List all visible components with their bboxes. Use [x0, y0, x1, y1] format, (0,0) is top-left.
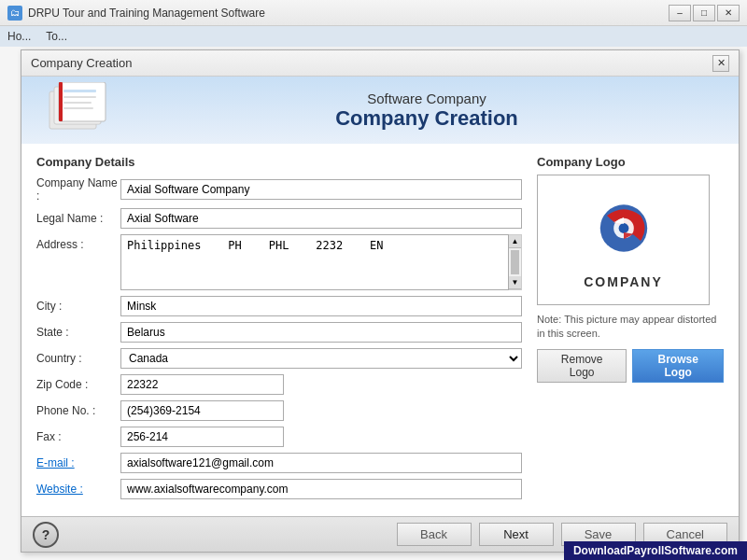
legal-name-label: Legal Name :	[36, 212, 120, 225]
scroll-down-arrow[interactable]: ▼	[509, 276, 521, 289]
svg-rect-6	[63, 107, 93, 109]
dialog-body: Company Details Company Name : Legal Nam…	[21, 144, 739, 516]
header-decoration-icon	[45, 82, 110, 138]
phone-label: Phone No. :	[36, 404, 120, 417]
zipcode-label: Zip Code :	[36, 378, 120, 391]
app-icon: 🗂	[7, 6, 22, 21]
menu-bar: Ho... To...	[0, 26, 747, 47]
remove-logo-button[interactable]: Remove Logo	[537, 349, 627, 383]
country-row: Country : Canada United States Philippin…	[36, 348, 522, 369]
address-scrollbar: ▲ ▼	[509, 234, 522, 290]
state-label: State :	[36, 326, 120, 339]
browse-logo-button[interactable]: Browse Logo	[632, 349, 724, 383]
logo-box: COMPANY	[537, 175, 710, 305]
address-textarea[interactable]: Philippines PH PHL 2232 EN	[120, 234, 509, 290]
phone-input[interactable]	[120, 400, 284, 421]
scroll-thumb	[511, 250, 519, 274]
logo-buttons: Remove Logo Browse Logo	[537, 349, 724, 383]
country-select[interactable]: Canada United States Philippines Belarus	[120, 348, 522, 369]
fax-row: Fax :	[36, 427, 522, 447]
website-input[interactable]	[120, 479, 522, 499]
email-label[interactable]: E-mail :	[36, 456, 120, 469]
company-creation-dialog: Company Creation ✕ Soft	[21, 49, 740, 553]
state-input[interactable]	[120, 322, 522, 343]
header-logo	[40, 82, 115, 138]
country-label: Country :	[36, 352, 120, 365]
menu-item-tour[interactable]: To...	[46, 30, 67, 43]
dialog-close-button[interactable]: ✕	[712, 55, 729, 72]
address-textarea-wrapper: Philippines PH PHL 2232 EN ▲ ▼	[120, 234, 522, 290]
header-title-block: Software Company Company Creation	[134, 91, 720, 131]
window-title: DRPU Tour and Training Management Softwa…	[28, 7, 669, 20]
svg-rect-7	[59, 82, 63, 121]
title-bar: 🗂 DRPU Tour and Training Management Soft…	[0, 0, 747, 26]
close-window-button[interactable]: ✕	[717, 5, 740, 21]
website-label[interactable]: Website :	[36, 483, 120, 496]
email-input[interactable]	[120, 453, 522, 473]
window-controls: – □ ✕	[669, 5, 740, 21]
minimize-button[interactable]: –	[669, 5, 691, 21]
svg-rect-4	[63, 96, 96, 98]
svg-rect-5	[63, 102, 92, 104]
fax-input[interactable]	[120, 427, 284, 447]
logo-panel-title: Company Logo	[537, 155, 724, 169]
email-row: E-mail :	[36, 453, 522, 473]
watermark: DownloadPayrollSoftware.com	[564, 541, 747, 560]
company-name-label: Company Name :	[36, 176, 120, 203]
zipcode-input[interactable]	[120, 374, 284, 395]
logo-label: COMPANY	[584, 274, 663, 289]
logo-note: Note: This picture may appear distorted …	[537, 313, 724, 342]
state-row: State :	[36, 322, 522, 343]
menu-item-home[interactable]: Ho...	[7, 30, 31, 43]
legal-name-input[interactable]	[120, 208, 522, 229]
dialog-header: Software Company Company Creation	[21, 77, 739, 144]
header-title: Company Creation	[134, 106, 720, 131]
next-button[interactable]: Next	[479, 523, 554, 546]
section-title: Company Details	[36, 155, 522, 169]
help-button[interactable]: ?	[33, 522, 59, 548]
website-row: Website :	[36, 479, 522, 499]
city-row: City :	[36, 296, 522, 316]
address-label: Address :	[36, 234, 120, 251]
maximize-button[interactable]: □	[693, 5, 715, 21]
scroll-up-arrow[interactable]: ▲	[509, 235, 521, 248]
fax-label: Fax :	[36, 430, 120, 443]
phone-row: Phone No. :	[36, 400, 522, 421]
company-logo-icon	[582, 190, 666, 274]
svg-point-10	[618, 223, 628, 233]
zipcode-row: Zip Code :	[36, 374, 522, 395]
dialog-title-bar: Company Creation ✕	[21, 50, 739, 77]
city-input[interactable]	[120, 296, 522, 316]
dialog-title: Company Creation	[31, 56, 132, 70]
logo-panel: Company Logo	[537, 155, 724, 505]
company-details-panel: Company Details Company Name : Legal Nam…	[36, 155, 522, 505]
city-label: City :	[36, 300, 120, 313]
address-row: Address : Philippines PH PHL 2232 EN ▲ ▼	[36, 234, 522, 290]
back-button[interactable]: Back	[397, 523, 472, 546]
svg-rect-3	[63, 90, 96, 92]
main-content: Ho... To... Company Creation ✕	[0, 26, 747, 560]
company-name-input[interactable]	[120, 179, 522, 200]
legal-name-row: Legal Name :	[36, 208, 522, 229]
company-name-row: Company Name :	[36, 176, 522, 203]
header-subtitle: Software Company	[134, 91, 720, 106]
